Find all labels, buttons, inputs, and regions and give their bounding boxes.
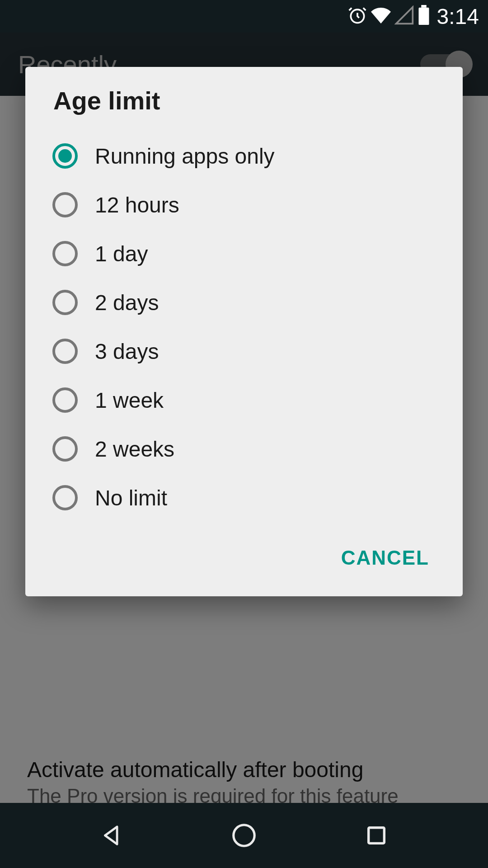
radio-icon xyxy=(52,485,78,510)
option-label: Running apps only xyxy=(95,144,275,169)
option-label: 2 days xyxy=(95,290,159,315)
nav-bar xyxy=(0,803,488,868)
option-2-days[interactable]: 2 days xyxy=(34,278,454,327)
options-list: Running apps only 12 hours 1 day 2 days … xyxy=(25,124,463,526)
radio-icon xyxy=(52,290,78,315)
option-label: 2 weeks xyxy=(95,437,174,462)
radio-icon xyxy=(52,436,78,462)
option-1-week[interactable]: 1 week xyxy=(34,376,454,425)
svg-rect-2 xyxy=(421,5,427,8)
age-limit-dialog: Age limit Running apps only 12 hours 1 d… xyxy=(25,67,463,596)
recents-button[interactable] xyxy=(360,819,393,852)
back-button[interactable] xyxy=(95,819,128,852)
svg-rect-1 xyxy=(418,8,429,25)
cancel-button[interactable]: CANCEL xyxy=(330,539,440,576)
status-bar: 3:14 xyxy=(0,0,488,33)
cellular-icon xyxy=(394,5,414,27)
radio-icon xyxy=(52,192,78,217)
radio-icon xyxy=(52,143,78,169)
option-3-days[interactable]: 3 days xyxy=(34,327,454,376)
radio-icon xyxy=(52,339,78,364)
option-label: 3 days xyxy=(95,339,159,364)
svg-rect-4 xyxy=(369,828,385,844)
clock-time: 3:14 xyxy=(437,4,479,29)
option-1-day[interactable]: 1 day xyxy=(34,229,454,278)
option-no-limit[interactable]: No limit xyxy=(34,473,454,522)
option-12-hours[interactable]: 12 hours xyxy=(34,180,454,229)
option-label: 1 week xyxy=(95,388,164,413)
battery-icon xyxy=(417,5,431,28)
dialog-actions: CANCEL xyxy=(25,526,463,596)
option-label: 12 hours xyxy=(95,193,179,217)
home-button[interactable] xyxy=(228,819,260,852)
option-label: 1 day xyxy=(95,241,148,266)
alarm-icon xyxy=(347,5,367,27)
option-2-weeks[interactable]: 2 weeks xyxy=(34,425,454,473)
svg-point-3 xyxy=(234,825,255,846)
option-running-apps-only[interactable]: Running apps only xyxy=(34,132,454,180)
wifi-icon xyxy=(370,5,392,28)
dialog-title: Age limit xyxy=(25,86,463,124)
option-label: No limit xyxy=(95,486,167,510)
radio-icon xyxy=(52,387,78,413)
radio-icon xyxy=(52,241,78,266)
status-icons: 3:14 xyxy=(347,4,479,29)
